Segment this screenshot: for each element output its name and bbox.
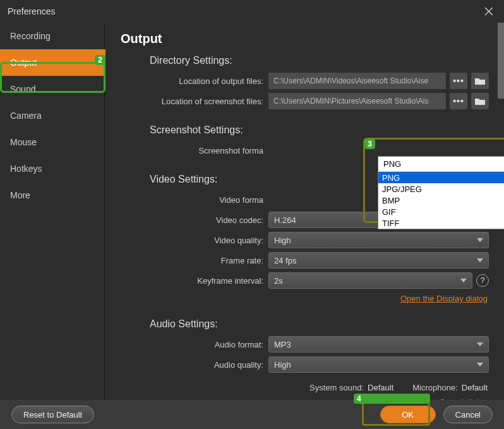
label-output-path: Location of output files: <box>121 76 268 86</box>
video-quality-value: High <box>274 236 291 245</box>
sidebar-item-mouse[interactable]: Mouse <box>0 129 105 155</box>
row-video-quality: Video quality: High <box>121 232 489 248</box>
dropdown-item-jpg[interactable]: JPG/JPEG <box>378 183 504 195</box>
dropdown-item-png[interactable]: PNG <box>378 172 504 183</box>
sidebar-item-recording[interactable]: Recording <box>0 23 105 49</box>
close-icon <box>484 6 494 16</box>
sidebar: Recording Output Sound Camera Mouse Hotk… <box>0 23 105 400</box>
label-audio-format: Audio format: <box>121 340 268 349</box>
system-sound-label: System sound: <box>309 383 364 392</box>
microphone-label: Microphone: <box>412 383 458 392</box>
dropdown-list: PNG JPG/JPEG BMP GIF TIFF <box>378 172 504 229</box>
keyframe-value: 2s <box>274 276 283 286</box>
row-frame-rate: Frame rate: 24 fps <box>121 252 489 269</box>
open-display-dialog-link[interactable]: Open the Display dialog <box>121 294 488 303</box>
chevron-down-icon <box>460 279 467 282</box>
sidebar-item-sound[interactable]: Sound <box>0 76 105 102</box>
label-screenshot-format: Screenshot forma <box>121 146 268 155</box>
label-video-quality: Video quality: <box>121 236 268 245</box>
title-bar: Preferences <box>0 0 504 23</box>
audio-quality-value: High <box>274 360 291 370</box>
row-keyframe: Keyframe interval: 2s ? <box>121 272 489 289</box>
row-screenshot-path: Location of screenshot files: C:\Users\A… <box>121 93 489 109</box>
window-title: Preferences <box>8 6 55 16</box>
frame-rate-select[interactable]: 24 fps <box>268 252 489 269</box>
microphone-value: Default <box>462 383 488 392</box>
audio-quality-select[interactable]: High <box>268 356 489 373</box>
reset-button[interactable]: Reset to Default <box>11 406 94 423</box>
video-quality-select[interactable]: High <box>268 232 489 248</box>
output-path-field[interactable]: C:\Users\ADMIN\Videos\Aiseesoft Studio\A… <box>268 73 446 89</box>
chevron-down-icon <box>477 363 483 366</box>
ellipsis-icon: ••• <box>453 96 464 106</box>
tutorial-marker-4: 4 <box>362 402 430 426</box>
screenshot-format-dropdown: PNG PNG JPG/JPEG BMP GIF TIFF <box>378 156 504 229</box>
system-sound-value: Default <box>368 383 393 392</box>
screenshot-path-browse[interactable]: ••• <box>450 93 467 109</box>
screenshot-path-open[interactable] <box>471 93 489 109</box>
page-title: Output <box>121 32 489 46</box>
label-video-format: Video forma <box>121 195 268 205</box>
output-path-open[interactable] <box>471 73 489 89</box>
frame-rate-value: 24 fps <box>274 256 296 265</box>
marker-badge-4: 4 <box>354 394 430 404</box>
label-frame-rate: Frame rate: <box>121 256 268 265</box>
sidebar-item-output[interactable]: Output <box>0 49 105 76</box>
main-area: Recording Output Sound Camera Mouse Hotk… <box>0 23 504 400</box>
screenshot-format-selected: PNG <box>383 159 401 169</box>
sidebar-item-more[interactable]: More <box>0 182 105 208</box>
label-screenshot-path: Location of screenshot files: <box>121 97 268 106</box>
screenshot-path-field[interactable]: C:\Users\ADMIN\Pictures\Aiseesoft Studio… <box>268 93 446 109</box>
sidebar-item-camera[interactable]: Camera <box>0 102 105 129</box>
dropdown-item-bmp[interactable]: BMP <box>378 195 504 206</box>
row-audio-format: Audio format: MP3 <box>121 336 489 353</box>
section-directory: Directory Settings: <box>150 55 489 66</box>
video-codec-value: H.264 <box>274 215 296 225</box>
section-screenshot: Screenshot Settings: <box>150 124 489 136</box>
folder-icon <box>475 97 485 105</box>
audio-format-value: MP3 <box>274 340 291 349</box>
row-audio-quality: Audio quality: High <box>121 356 489 373</box>
sidebar-item-hotkeys[interactable]: Hotkeys <box>0 155 105 182</box>
dropdown-item-tiff[interactable]: TIFF <box>378 217 504 229</box>
chevron-down-icon <box>477 238 483 242</box>
close-button[interactable] <box>481 4 496 19</box>
row-output-path: Location of output files: C:\Users\ADMIN… <box>121 73 489 89</box>
audio-format-select[interactable]: MP3 <box>268 336 489 353</box>
keyframe-select[interactable]: 2s <box>268 272 472 289</box>
ellipsis-icon: ••• <box>453 76 464 86</box>
cancel-button[interactable]: Cancel <box>443 406 493 423</box>
screenshot-format-select[interactable]: PNG <box>378 157 504 172</box>
section-audio: Audio Settings: <box>150 318 489 330</box>
label-video-codec: Video codec: <box>121 215 268 225</box>
output-path-browse[interactable]: ••• <box>450 73 467 89</box>
chevron-down-icon <box>477 342 483 346</box>
keyframe-help[interactable]: ? <box>476 274 489 287</box>
content-pane: Output Directory Settings: Location of o… <box>105 23 504 400</box>
folder-icon <box>475 77 485 85</box>
label-keyframe: Keyframe interval: <box>121 276 268 286</box>
audio-info-row: System sound:Default Microphone:Default <box>121 383 488 392</box>
dropdown-item-gif[interactable]: GIF <box>378 206 504 217</box>
label-audio-quality: Audio quality: <box>121 360 268 370</box>
chevron-down-icon <box>477 258 483 262</box>
